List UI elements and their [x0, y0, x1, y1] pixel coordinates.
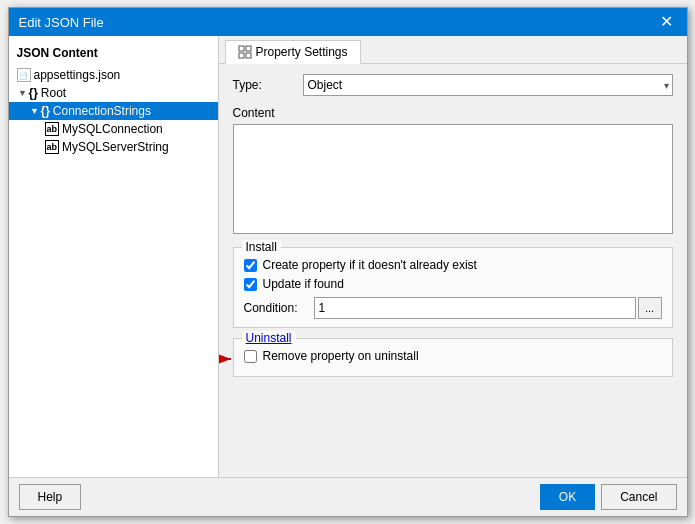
property-settings-tab[interactable]: Property Settings — [225, 40, 361, 64]
tree-item-label: MySQLServerString — [62, 140, 169, 154]
create-property-checkbox[interactable] — [244, 259, 257, 272]
uninstall-section: Uninstall — [233, 338, 673, 377]
svg-rect-2 — [239, 53, 244, 58]
update-if-found-label: Update if found — [263, 277, 344, 291]
svg-rect-1 — [246, 46, 251, 51]
condition-row: Condition: ... — [244, 297, 662, 319]
condition-input[interactable] — [314, 297, 636, 319]
tree-item-label: Root — [41, 86, 66, 100]
svg-rect-0 — [239, 46, 244, 51]
uninstall-legend: Uninstall — [242, 331, 296, 345]
remove-property-checkbox[interactable] — [244, 350, 257, 363]
type-select-wrapper: Object String Number Boolean Array ▾ — [303, 74, 673, 96]
tree-item-label: ConnectionStrings — [53, 104, 151, 118]
create-property-row: Create property if it doesn't already ex… — [244, 258, 662, 272]
tree-item-appsettings[interactable]: 📄 appsettings.json — [9, 66, 218, 84]
edit-json-dialog: Edit JSON File ✕ JSON Content 📄 appsetti… — [8, 7, 688, 517]
type-row: Type: Object String Number Boolean Array… — [233, 74, 673, 96]
settings-icon — [238, 45, 252, 59]
tree-item-mysqlconnection[interactable]: ab MySQLConnection — [9, 120, 218, 138]
update-if-found-row: Update if found — [244, 277, 662, 291]
dialog-title: Edit JSON File — [19, 15, 104, 30]
content-section: Content — [233, 106, 673, 237]
content-label: Content — [233, 106, 673, 120]
install-content: Create property if it doesn't already ex… — [244, 258, 662, 319]
tree-item-label: appsettings.json — [34, 68, 121, 82]
condition-label: Condition: — [244, 301, 314, 315]
title-bar: Edit JSON File ✕ — [9, 8, 687, 36]
braces-icon: {} — [29, 86, 38, 100]
tree-item-root[interactable]: ▼ {} Root — [9, 84, 218, 102]
remove-property-row: Remove property on uninstall — [244, 349, 419, 363]
tab-bar: Property Settings — [219, 36, 687, 64]
content-textarea[interactable] — [233, 124, 673, 234]
install-legend: Install — [242, 240, 281, 254]
remove-property-label: Remove property on uninstall — [263, 349, 419, 363]
left-panel-title: JSON Content — [9, 42, 218, 66]
tree-item-label: MySQLConnection — [62, 122, 163, 136]
expand-icon: ▼ — [17, 88, 29, 98]
help-button[interactable]: Help — [19, 484, 82, 510]
dialog-footer: Help OK Cancel — [9, 477, 687, 516]
expand-icon: ▼ — [29, 106, 41, 116]
file-icon: 📄 — [17, 68, 31, 82]
dialog-body: JSON Content 📄 appsettings.json ▼ {} Roo… — [9, 36, 687, 477]
type-label: Type: — [233, 78, 303, 92]
close-button[interactable]: ✕ — [656, 14, 677, 30]
tree-item-connectionstrings[interactable]: ▼ {} ConnectionStrings — [9, 102, 218, 120]
create-property-label: Create property if it doesn't already ex… — [263, 258, 477, 272]
property-panel: Type: Object String Number Boolean Array… — [219, 64, 687, 477]
svg-rect-3 — [246, 53, 251, 58]
ok-button[interactable]: OK — [540, 484, 595, 510]
tree-item-mysqlserverstring[interactable]: ab MySQLServerString — [9, 138, 218, 156]
type-select[interactable]: Object String Number Boolean Array — [303, 74, 673, 96]
cancel-button[interactable]: Cancel — [601, 484, 676, 510]
braces-icon: {} — [41, 104, 50, 118]
condition-browse-button[interactable]: ... — [638, 297, 662, 319]
right-panel: Property Settings Type: Object String Nu… — [219, 36, 687, 477]
left-panel: JSON Content 📄 appsettings.json ▼ {} Roo… — [9, 36, 219, 477]
update-if-found-checkbox[interactable] — [244, 278, 257, 291]
install-section: Install Create property if it doesn't al… — [233, 247, 673, 328]
ab-icon: ab — [45, 122, 60, 136]
tab-label: Property Settings — [256, 45, 348, 59]
footer-action-buttons: OK Cancel — [540, 484, 677, 510]
red-arrow-annotation — [219, 347, 239, 371]
ab-icon: ab — [45, 140, 60, 154]
uninstall-content: Remove property on uninstall — [244, 349, 662, 368]
